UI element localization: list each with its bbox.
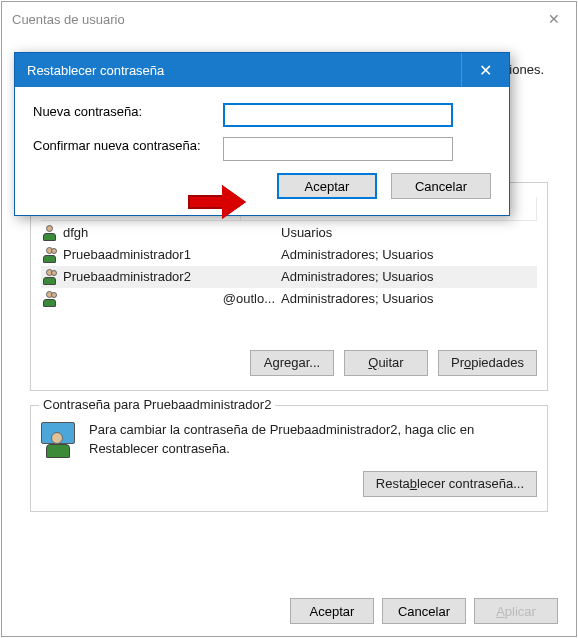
user-icon (43, 225, 59, 241)
dialog-buttons: Aceptar Cancelar (33, 173, 491, 199)
close-icon[interactable]: ✕ (531, 2, 576, 36)
table-row[interactable]: @outlo...Administradores; Usuarios (41, 288, 537, 310)
new-password-row: Nueva contraseña: (33, 103, 491, 127)
cell-username: @outlo... (41, 291, 281, 307)
cell-group: Usuarios (281, 225, 537, 240)
cell-username: Pruebaadministrador1 (41, 247, 281, 263)
dialog-title: Restablecer contraseña (27, 63, 164, 78)
dialog-accept-button[interactable]: Aceptar (277, 173, 377, 199)
user-rows: dfghUsuariosPruebaadministrador1Administ… (41, 222, 537, 310)
confirm-password-row: Confirmar nueva contraseña: (33, 137, 491, 161)
new-password-input[interactable] (223, 103, 453, 127)
dialog-body: Nueva contraseña: Confirmar nueva contra… (15, 87, 509, 215)
table-row[interactable]: dfghUsuarios (41, 222, 537, 244)
confirm-password-input[interactable] (223, 137, 453, 161)
user-icon (43, 269, 59, 285)
user-icon (43, 247, 59, 263)
table-row[interactable]: Pruebaadministrador1Administradores; Usu… (41, 244, 537, 266)
new-password-label: Nueva contraseña: (33, 103, 223, 121)
properties-button[interactable]: Propiedades (438, 350, 537, 376)
user-buttons: Agregar... Quitar Propiedades (41, 350, 537, 376)
add-button[interactable]: Agregar... (250, 350, 334, 376)
confirm-password-label: Confirmar nueva contraseña: (33, 137, 223, 155)
ok-button[interactable]: Aceptar (290, 598, 374, 624)
dialog-cancel-button[interactable]: Cancelar (391, 173, 491, 199)
password-legend: Contraseña para Pruebaadministrador2 (39, 397, 275, 412)
cancel-button[interactable]: Cancelar (382, 598, 466, 624)
cell-group: Administradores; Usuarios (281, 269, 537, 284)
user-large-icon (41, 422, 77, 458)
cell-username: Pruebaadministrador2 (41, 269, 281, 285)
remove-button[interactable]: Quitar (344, 350, 428, 376)
window-title: Cuentas de usuario (12, 12, 125, 27)
password-groupbox: Contraseña para Pruebaadministrador2 Par… (30, 405, 548, 512)
reset-password-dialog: Restablecer contraseña ✕ Nueva contraseñ… (14, 52, 510, 216)
dialog-titlebar: Restablecer contraseña ✕ (15, 53, 509, 87)
user-icon (43, 291, 59, 307)
cell-username: dfgh (41, 225, 281, 241)
cell-group: Administradores; Usuarios (281, 247, 537, 262)
cell-group: Administradores; Usuarios (281, 291, 537, 306)
annotation-arrow-icon (188, 187, 248, 217)
apply-button: Aplicar (474, 598, 558, 624)
bottom-buttons: Aceptar Cancelar Aplicar (290, 598, 558, 624)
table-row[interactable]: Pruebaadministrador2Administradores; Usu… (41, 266, 537, 288)
password-text: Para cambiar la contraseña de Pruebaadmi… (89, 420, 537, 459)
titlebar: Cuentas de usuario ✕ (2, 2, 576, 36)
dialog-close-icon[interactable]: ✕ (461, 53, 509, 87)
reset-password-button[interactable]: Restablecer contraseña... (363, 471, 537, 497)
